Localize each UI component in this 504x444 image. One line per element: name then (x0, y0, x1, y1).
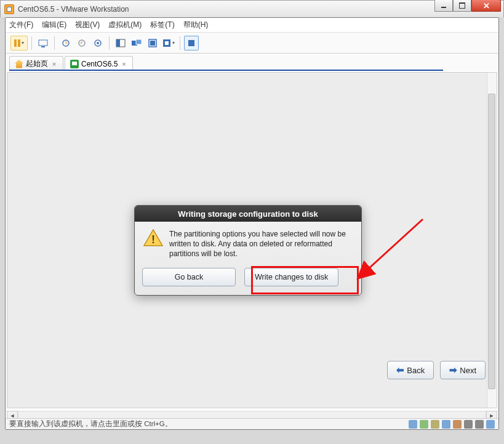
svg-rect-0 (39, 40, 47, 46)
menu-view[interactable]: 视图(V) (75, 20, 100, 30)
unity-button[interactable]: ▾ (161, 36, 176, 50)
svg-rect-14 (188, 40, 194, 46)
window-titlebar: CentOS6.5 - VMware Workstation ✕ (0, 0, 504, 17)
close-button[interactable]: ✕ (471, 0, 501, 12)
dialog-message: The partitioning options you have select… (169, 229, 353, 259)
wizard-nav: ⬅Back ➡Next (387, 361, 486, 379)
vertical-scrollbar[interactable] (487, 73, 497, 408)
scroll-thumb[interactable] (488, 94, 495, 389)
vm-icon (70, 60, 79, 68)
menu-bar: 文件(F) 编辑(E) 视图(V) 虚拟机(M) 标签(T) 帮助(H) (6, 18, 498, 33)
cycle-windows-button[interactable] (184, 36, 199, 50)
dialog-title: Writing storage configuration to disk (135, 206, 361, 222)
minimize-button[interactable] (434, 0, 453, 12)
menu-help[interactable]: 帮助(H) (183, 20, 209, 30)
app-icon (4, 4, 14, 14)
menu-vm[interactable]: 虚拟机(M) (108, 20, 142, 30)
app-window: 文件(F) 编辑(E) 视图(V) 虚拟机(M) 标签(T) 帮助(H) ▾ ▾… (5, 17, 499, 430)
separator (54, 36, 55, 50)
arrow-right-icon: ➡ (449, 365, 457, 376)
maximize-button[interactable] (453, 0, 471, 12)
hdd-icon[interactable] (409, 420, 417, 429)
multimonitor-button[interactable] (129, 36, 144, 50)
tab-centos-close[interactable]: × (120, 60, 127, 68)
svg-text:!: ! (151, 233, 155, 246)
vm-display-area[interactable]: Writing storage configuration to disk ! … (7, 72, 497, 408)
home-icon (15, 60, 23, 68)
menu-edit[interactable]: 编辑(E) (42, 20, 66, 30)
floppy-icon[interactable] (431, 420, 439, 429)
cd-icon[interactable] (420, 420, 428, 429)
printer-icon[interactable] (475, 420, 484, 429)
snapshot-take-button[interactable] (58, 36, 73, 50)
menu-tabs[interactable]: 标签(T) (150, 20, 174, 30)
status-hint: 要直接输入到该虚拟机，请点击里面或按 Ctrl+G。 (9, 419, 172, 429)
svg-rect-1 (41, 46, 45, 47)
separator (180, 36, 180, 50)
tab-home[interactable]: 起始页 × (9, 56, 63, 71)
tab-home-close[interactable]: × (50, 60, 58, 68)
svg-line-18 (367, 219, 423, 270)
annotation-arrow (352, 213, 432, 281)
status-bar: 要直接输入到该虚拟机，请点击里面或按 Ctrl+G。 (6, 418, 498, 429)
status-icons (409, 420, 495, 429)
snapshot-manage-button[interactable] (90, 36, 105, 50)
separator (31, 36, 32, 50)
storage-dialog: Writing storage configuration to disk ! … (134, 205, 362, 296)
usb-icon[interactable] (453, 420, 462, 429)
fullscreen-button[interactable] (145, 36, 160, 50)
next-button[interactable]: ➡Next (440, 361, 486, 379)
display-icon[interactable] (486, 420, 495, 429)
window-title: CentOS6.5 - VMware Workstation (18, 5, 129, 14)
sound-icon[interactable] (464, 420, 473, 429)
warning-icon: ! (143, 229, 163, 246)
tab-home-label: 起始页 (26, 59, 48, 69)
pause-button[interactable]: ▾ (10, 36, 28, 50)
tab-centos-label: CentOS6.5 (81, 60, 118, 68)
devices-button[interactable] (36, 36, 50, 50)
toolbar: ▾ ▾ (6, 33, 498, 54)
go-back-button[interactable]: Go back (142, 268, 236, 286)
menu-file[interactable]: 文件(F) (9, 20, 33, 30)
back-button[interactable]: ⬅Back (387, 361, 434, 379)
svg-point-5 (97, 42, 99, 44)
svg-rect-13 (165, 41, 169, 45)
show-console-button[interactable] (113, 36, 128, 50)
arrow-left-icon: ⬅ (396, 365, 404, 376)
network-icon[interactable] (442, 420, 450, 429)
write-changes-button[interactable]: Write changes to disk (244, 268, 338, 286)
tab-centos[interactable]: CentOS6.5 × (65, 56, 133, 71)
tab-bar: 起始页 × CentOS6.5 × (6, 54, 498, 71)
svg-rect-7 (116, 39, 120, 47)
svg-rect-11 (150, 41, 155, 46)
window-controls: ✕ (434, 0, 501, 12)
snapshot-revert-button[interactable] (74, 36, 89, 50)
svg-rect-9 (136, 39, 142, 44)
separator (109, 36, 110, 50)
